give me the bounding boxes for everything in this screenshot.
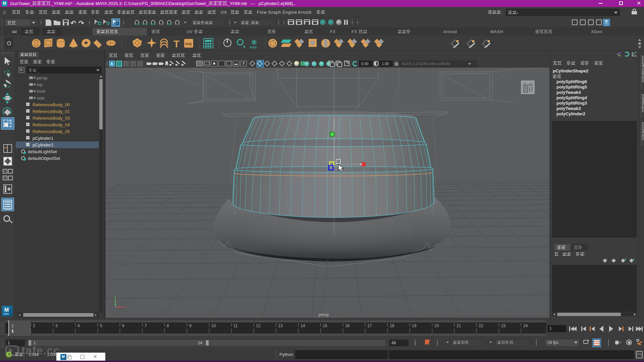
- svg-text:y: y: [114, 295, 116, 299]
- svg-text:x: x: [123, 305, 125, 309]
- svg-text:persp: persp: [319, 312, 329, 317]
